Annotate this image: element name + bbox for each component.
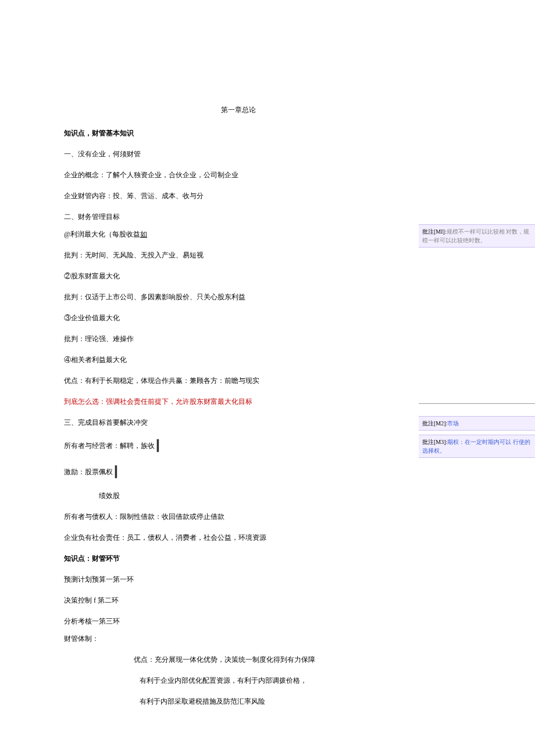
para-adv-1: 优点：充分展现一体化优势，决策统一制度化得到有力保障 xyxy=(64,654,413,665)
para-stage-2: 决策控制 f 第二环 xyxy=(64,595,413,605)
text-profit-max-b: 如 xyxy=(140,230,147,238)
para-critique-2: 批判：仅适于上市公司、多因素影响股价、只关心股东利益 xyxy=(64,292,413,302)
para-adv-2: 有利于企业内部优化配置资源，有利于内部调拨价格， xyxy=(64,675,413,686)
para-how-choose: 到底怎么选：强调社会责任前提下，允许股东财富最大化目标 xyxy=(64,396,413,407)
comment-m3: 批注[M3]:期权：在一定时期内可以 行使的选择权。 xyxy=(419,435,535,458)
para-fm-goals: 二、财务管理目标 xyxy=(64,212,413,222)
para-fm-content: 企业财管内容：投、筹、营运、成本、收与分 xyxy=(64,191,413,201)
para-stage-1: 预测计划预算一第一环 xyxy=(64,574,413,585)
para-enterprise-concept: 企业的概念：了解个人独资企业，合伙企业，公司制企业 xyxy=(64,170,413,180)
document-page: 第一章总论 知识点，财管基本知识 一、没有企业，何须财管 企业的概念：了解个人独… xyxy=(0,0,436,752)
text-owner-manager: 所有者与经营者：解聘，族收 xyxy=(64,442,155,450)
para-advantages: 优点：有利于长期稳定，体现合作共赢：兼顾各方：前瞻与现实 xyxy=(64,375,413,386)
para-resolve-conflict: 三、完成目标首要解决冲突 xyxy=(64,417,413,428)
para-social-responsibility: 企业负有社会责任：员工，债权人，消费者，社会公益，环境资源 xyxy=(64,532,413,543)
comment-m2: 批注[M2]:市场 xyxy=(419,416,535,431)
para-enterprise-value: ③企业价值最大化 xyxy=(64,313,413,323)
comment-text: 市场 xyxy=(447,420,459,427)
para-fm-system: 财管体制： xyxy=(64,633,413,644)
para-incentive: 激励：股票佩权┃ xyxy=(64,464,413,480)
para-adv-3: 有利于内部采取避税措施及防范汇率风险 xyxy=(64,696,413,707)
para-performance-stock: 绩效股 xyxy=(64,490,413,501)
comment-tag: 批注[M2]: xyxy=(422,420,447,427)
cursor-icon: ┃ xyxy=(155,438,161,454)
para-critique-3: 批判：理论强、难操作 xyxy=(64,334,413,344)
comment-tag: 批注[M3]: xyxy=(422,439,447,445)
text-profit-max-a: @利润最大化（每股收益 xyxy=(64,230,140,238)
para-shareholder-wealth: ②股东财富最大化 xyxy=(64,271,413,281)
para-owner-manager: 所有者与经营者：解聘，族收┃ xyxy=(64,438,413,454)
para-critique-1: 批判：无时间、无风险、无投入产业、易短视 xyxy=(64,250,413,260)
comment-tag: 批注[MI]: xyxy=(422,228,447,235)
para-no-enterprise: 一、没有企业，何须财管 xyxy=(64,149,413,159)
para-profit-max: @利润最大化（每股收益如 xyxy=(64,229,413,239)
chapter-title: 第一章总论 xyxy=(64,105,413,115)
comment-m1: 批注[MI]:规模不一样可以比较相 对数，规模一样可以比较绝时数。 xyxy=(419,224,535,248)
para-stakeholder: ④相关者利益最大化 xyxy=(64,354,413,365)
heading-knowledge-basic: 知识点，财管基本知识 xyxy=(64,128,413,138)
para-owner-creditor: 所有者与债权人：限制性借款：收回借款或停止借款 xyxy=(64,511,413,522)
text-incentive: 激励：股票佩权 xyxy=(64,468,113,476)
heading-fm-stages: 知识点：财管环节 xyxy=(64,553,413,564)
cursor-icon: ┃ xyxy=(113,464,119,480)
para-stage-3: 分析考核一第三环 xyxy=(64,616,413,626)
comment-divider xyxy=(419,403,535,404)
